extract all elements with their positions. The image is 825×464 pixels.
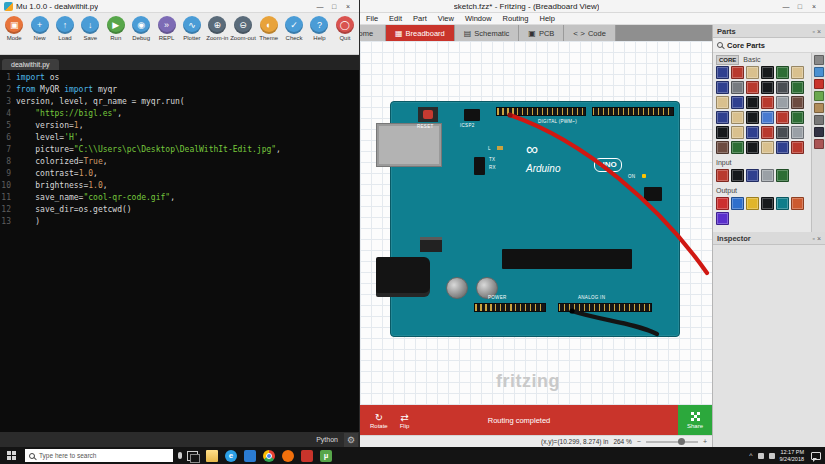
menu-help[interactable]: Help <box>539 14 554 23</box>
mu-toolbar-run-button[interactable]: ▶Run <box>104 16 128 41</box>
flip-button[interactable]: ⇄ Flip <box>400 412 410 429</box>
mu-toolbar-debug-button[interactable]: ◉Debug <box>129 16 153 41</box>
code-line[interactable]: 5 version=1, <box>0 120 359 132</box>
part-icon[interactable] <box>791 111 804 124</box>
icsp-header[interactable] <box>644 187 662 201</box>
fritzing-titlebar[interactable]: sketch.fzz* - Fritzing - (Breadboard Vie… <box>360 0 825 13</box>
tab-breadboard[interactable]: ▦Breadboard <box>386 25 455 41</box>
part-icon[interactable] <box>746 96 759 109</box>
minimize-button[interactable]: — <box>313 0 327 13</box>
part-icon[interactable] <box>761 197 774 210</box>
part-icon[interactable] <box>746 126 759 139</box>
power-jack[interactable] <box>376 257 430 297</box>
parts-panel-controls[interactable]: ▫ × <box>812 28 821 35</box>
taskbar-app-chrome[interactable] <box>263 450 275 462</box>
maximize-button[interactable]: □ <box>327 0 341 13</box>
part-icon[interactable] <box>776 141 789 154</box>
taskbar-clock[interactable]: 12:17 PM 9/24/2018 <box>780 449 804 463</box>
part-icon[interactable] <box>716 141 729 154</box>
mu-toolbar-zoom-in-button[interactable]: ⊕Zoom-in <box>205 16 229 41</box>
notification-center-icon[interactable] <box>811 452 821 460</box>
inspector-controls[interactable]: ▫ × <box>812 235 821 242</box>
mu-toolbar-new-button[interactable]: +New <box>27 16 51 41</box>
bin-tab-icon[interactable] <box>814 139 824 149</box>
part-icon[interactable] <box>731 66 744 79</box>
part-icon[interactable] <box>716 66 729 79</box>
part-icon[interactable] <box>716 197 729 210</box>
mu-toolbar-theme-button[interactable]: ◐Theme <box>257 16 281 41</box>
bin-tab-icon[interactable] <box>814 115 824 125</box>
part-icon[interactable] <box>791 126 804 139</box>
part-icon[interactable] <box>761 111 774 124</box>
bin-tab-icon[interactable] <box>814 67 824 77</box>
part-icon[interactable] <box>746 169 759 182</box>
part-icon[interactable] <box>791 197 804 210</box>
breadboard-canvas[interactable]: RESET ICSP2 DIGITAL (PWM~) L TX RX ∞ <box>360 41 712 405</box>
close-button[interactable]: × <box>807 0 821 13</box>
part-icon[interactable] <box>716 169 729 182</box>
menu-file[interactable]: File <box>366 14 378 23</box>
taskbar-app-firefox[interactable] <box>282 450 294 462</box>
part-icon[interactable] <box>716 126 729 139</box>
code-line[interactable]: 10 brightness=1.0, <box>0 180 359 192</box>
digital-header-right[interactable] <box>592 107 674 116</box>
analog-header[interactable] <box>558 303 652 312</box>
taskbar-app-file-explorer[interactable] <box>206 450 218 462</box>
bin-tab-icon[interactable] <box>814 79 824 89</box>
taskbar-app-mu[interactable]: µ <box>320 450 332 462</box>
parts-search[interactable]: Core Parts <box>713 38 825 53</box>
zoom-slider[interactable] <box>646 441 698 443</box>
arduino-uno-board[interactable]: RESET ICSP2 DIGITAL (PWM~) L TX RX ∞ <box>390 101 680 337</box>
tab-schematic[interactable]: ▤Schematic <box>455 25 520 41</box>
part-icon[interactable] <box>731 111 744 124</box>
part-icon[interactable] <box>776 81 789 94</box>
code-line[interactable]: 12 save_dir=os.getcwd() <box>0 204 359 216</box>
part-icon[interactable] <box>731 81 744 94</box>
part-icon[interactable] <box>761 96 774 109</box>
zoom-slider-handle[interactable] <box>678 438 685 445</box>
part-icon[interactable] <box>761 141 774 154</box>
menu-edit[interactable]: Edit <box>389 14 402 23</box>
mu-toolbar-load-button[interactable]: ↑Load <box>53 16 77 41</box>
icsp2-header[interactable] <box>464 109 480 121</box>
tray-icon[interactable] <box>769 453 775 459</box>
mu-toolbar-quit-button[interactable]: ◯Quit <box>333 16 357 41</box>
bin-tab-icon[interactable] <box>814 127 824 137</box>
usb-chip[interactable] <box>474 157 485 175</box>
part-icon[interactable] <box>791 66 804 79</box>
part-icon[interactable] <box>761 169 774 182</box>
zoom-in-button[interactable]: + <box>703 438 707 445</box>
menu-part[interactable]: Part <box>413 14 427 23</box>
reset-button[interactable] <box>418 107 438 122</box>
part-icon[interactable] <box>746 141 759 154</box>
share-button[interactable]: Share <box>678 405 712 435</box>
capacitor-1[interactable] <box>446 277 468 299</box>
mu-toolbar-help-button[interactable]: ?Help <box>307 16 331 41</box>
mu-toolbar-check-button[interactable]: ✓Check <box>282 16 306 41</box>
part-icon[interactable] <box>746 81 759 94</box>
part-icon[interactable] <box>776 66 789 79</box>
taskbar-app-fritzing[interactable] <box>301 450 313 462</box>
atmega-chip[interactable] <box>502 249 632 269</box>
menu-window[interactable]: Window <box>465 14 492 23</box>
code-line[interactable]: 8 colorized=True, <box>0 156 359 168</box>
part-icon[interactable] <box>761 81 774 94</box>
digital-header-left[interactable] <box>496 107 586 116</box>
part-icon[interactable] <box>731 96 744 109</box>
part-icon[interactable] <box>761 126 774 139</box>
start-button[interactable] <box>2 447 20 464</box>
minimize-button[interactable]: — <box>779 0 793 13</box>
tab-pcb[interactable]: ▣PCB <box>519 25 564 41</box>
parts-bin-tab-core[interactable]: CORE <box>716 55 739 65</box>
mu-toolbar-save-button[interactable]: ↓Save <box>78 16 102 41</box>
code-line[interactable]: 6 level='H', <box>0 132 359 144</box>
voltage-regulator[interactable] <box>420 237 442 252</box>
mu-toolbar-repl-button[interactable]: »REPL <box>154 16 178 41</box>
bin-tab-icon[interactable] <box>814 55 824 65</box>
tray-icon[interactable] <box>758 453 764 459</box>
part-icon[interactable] <box>716 212 729 225</box>
part-icon[interactable] <box>761 66 774 79</box>
taskbar-app-store[interactable] <box>244 450 256 462</box>
code-line[interactable]: 7 picture="C:\\Users\pc\Desktop\DealWith… <box>0 144 359 156</box>
part-icon[interactable] <box>731 141 744 154</box>
